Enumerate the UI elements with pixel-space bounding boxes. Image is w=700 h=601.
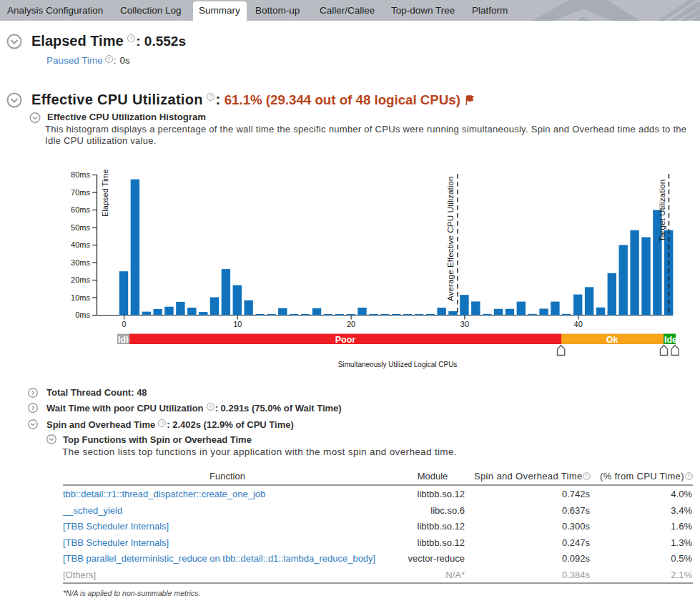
- svg-text:?: ?: [688, 474, 691, 479]
- svg-text:Target Utilization: Target Utilization: [657, 180, 667, 242]
- svg-text:?: ?: [586, 474, 588, 479]
- svg-text:Simultaneously Utilized Logica: Simultaneously Utilized Logical CPUs: [338, 361, 458, 368]
- svg-text:10: 10: [233, 320, 242, 328]
- svg-text:30ms: 30ms: [71, 258, 90, 267]
- svg-text:40: 40: [574, 320, 583, 328]
- svg-text:10ms: 10ms: [71, 293, 90, 302]
- svg-text:60ms: 60ms: [71, 205, 90, 214]
- svg-text:Average Effective CPU Utilizat: Average Effective CPU Utilization: [445, 176, 455, 301]
- svg-text:80ms: 80ms: [71, 170, 90, 179]
- svg-text:Ok: Ok: [606, 335, 618, 345]
- svg-text:0: 0: [122, 320, 126, 328]
- svg-text:50ms: 50ms: [71, 223, 90, 232]
- svg-text:20ms: 20ms: [71, 275, 90, 284]
- svg-text:Ideal: Ideal: [664, 335, 685, 345]
- svg-text:40ms: 40ms: [71, 240, 90, 249]
- svg-text:0ms: 0ms: [75, 311, 90, 319]
- svg-text:Elapsed Time: Elapsed Time: [101, 169, 109, 217]
- svg-text:70ms: 70ms: [71, 188, 90, 197]
- svg-text:20: 20: [347, 320, 355, 328]
- svg-text:30: 30: [460, 320, 469, 328]
- svg-text:Poor: Poor: [335, 335, 356, 345]
